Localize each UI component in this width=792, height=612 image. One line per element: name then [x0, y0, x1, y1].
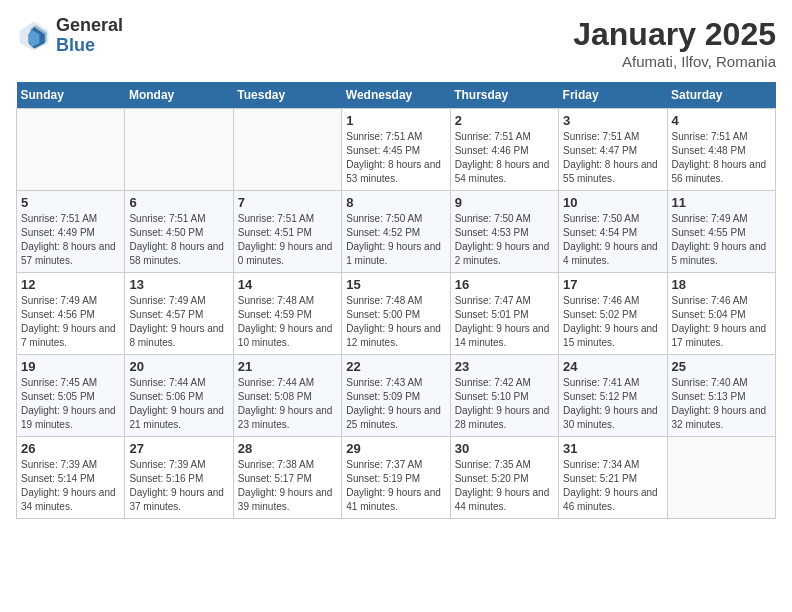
- day-cell: 1Sunrise: 7:51 AM Sunset: 4:45 PM Daylig…: [342, 109, 450, 191]
- day-info: Sunrise: 7:37 AM Sunset: 5:19 PM Dayligh…: [346, 458, 445, 514]
- day-info: Sunrise: 7:51 AM Sunset: 4:50 PM Dayligh…: [129, 212, 228, 268]
- day-number: 15: [346, 277, 445, 292]
- day-info: Sunrise: 7:47 AM Sunset: 5:01 PM Dayligh…: [455, 294, 554, 350]
- day-info: Sunrise: 7:49 AM Sunset: 4:55 PM Dayligh…: [672, 212, 771, 268]
- day-number: 1: [346, 113, 445, 128]
- weekday-header-wednesday: Wednesday: [342, 82, 450, 109]
- day-cell: 26Sunrise: 7:39 AM Sunset: 5:14 PM Dayli…: [17, 437, 125, 519]
- day-number: 5: [21, 195, 120, 210]
- day-number: 27: [129, 441, 228, 456]
- day-info: Sunrise: 7:50 AM Sunset: 4:52 PM Dayligh…: [346, 212, 445, 268]
- day-number: 30: [455, 441, 554, 456]
- day-info: Sunrise: 7:44 AM Sunset: 5:08 PM Dayligh…: [238, 376, 337, 432]
- day-info: Sunrise: 7:50 AM Sunset: 4:54 PM Dayligh…: [563, 212, 662, 268]
- day-number: 10: [563, 195, 662, 210]
- day-number: 20: [129, 359, 228, 374]
- day-info: Sunrise: 7:51 AM Sunset: 4:46 PM Dayligh…: [455, 130, 554, 186]
- day-info: Sunrise: 7:35 AM Sunset: 5:20 PM Dayligh…: [455, 458, 554, 514]
- day-info: Sunrise: 7:45 AM Sunset: 5:05 PM Dayligh…: [21, 376, 120, 432]
- day-cell: 17Sunrise: 7:46 AM Sunset: 5:02 PM Dayli…: [559, 273, 667, 355]
- day-cell: [667, 437, 775, 519]
- day-number: 14: [238, 277, 337, 292]
- logo-blue: Blue: [56, 36, 123, 56]
- logo-text: General Blue: [56, 16, 123, 56]
- day-cell: [233, 109, 341, 191]
- day-cell: 20Sunrise: 7:44 AM Sunset: 5:06 PM Dayli…: [125, 355, 233, 437]
- day-number: 16: [455, 277, 554, 292]
- day-cell: 4Sunrise: 7:51 AM Sunset: 4:48 PM Daylig…: [667, 109, 775, 191]
- day-info: Sunrise: 7:34 AM Sunset: 5:21 PM Dayligh…: [563, 458, 662, 514]
- day-info: Sunrise: 7:41 AM Sunset: 5:12 PM Dayligh…: [563, 376, 662, 432]
- calendar: SundayMondayTuesdayWednesdayThursdayFrid…: [16, 82, 776, 519]
- day-number: 28: [238, 441, 337, 456]
- title-block: January 2025 Afumati, Ilfov, Romania: [573, 16, 776, 70]
- logo-icon: [16, 18, 52, 54]
- day-info: Sunrise: 7:48 AM Sunset: 4:59 PM Dayligh…: [238, 294, 337, 350]
- day-number: 17: [563, 277, 662, 292]
- day-number: 22: [346, 359, 445, 374]
- day-number: 9: [455, 195, 554, 210]
- day-number: 6: [129, 195, 228, 210]
- day-cell: 29Sunrise: 7:37 AM Sunset: 5:19 PM Dayli…: [342, 437, 450, 519]
- weekday-header-sunday: Sunday: [17, 82, 125, 109]
- day-number: 7: [238, 195, 337, 210]
- day-number: 24: [563, 359, 662, 374]
- day-cell: 14Sunrise: 7:48 AM Sunset: 4:59 PM Dayli…: [233, 273, 341, 355]
- logo: General Blue: [16, 16, 123, 56]
- day-cell: 9Sunrise: 7:50 AM Sunset: 4:53 PM Daylig…: [450, 191, 558, 273]
- day-info: Sunrise: 7:39 AM Sunset: 5:14 PM Dayligh…: [21, 458, 120, 514]
- day-cell: [125, 109, 233, 191]
- week-row-5: 26Sunrise: 7:39 AM Sunset: 5:14 PM Dayli…: [17, 437, 776, 519]
- day-number: 21: [238, 359, 337, 374]
- day-info: Sunrise: 7:51 AM Sunset: 4:51 PM Dayligh…: [238, 212, 337, 268]
- day-cell: 23Sunrise: 7:42 AM Sunset: 5:10 PM Dayli…: [450, 355, 558, 437]
- weekday-header-tuesday: Tuesday: [233, 82, 341, 109]
- day-info: Sunrise: 7:49 AM Sunset: 4:57 PM Dayligh…: [129, 294, 228, 350]
- day-number: 4: [672, 113, 771, 128]
- day-cell: 22Sunrise: 7:43 AM Sunset: 5:09 PM Dayli…: [342, 355, 450, 437]
- day-info: Sunrise: 7:51 AM Sunset: 4:47 PM Dayligh…: [563, 130, 662, 186]
- day-number: 8: [346, 195, 445, 210]
- day-info: Sunrise: 7:42 AM Sunset: 5:10 PM Dayligh…: [455, 376, 554, 432]
- day-cell: 21Sunrise: 7:44 AM Sunset: 5:08 PM Dayli…: [233, 355, 341, 437]
- day-number: 13: [129, 277, 228, 292]
- day-number: 26: [21, 441, 120, 456]
- week-row-2: 5Sunrise: 7:51 AM Sunset: 4:49 PM Daylig…: [17, 191, 776, 273]
- day-number: 18: [672, 277, 771, 292]
- day-cell: 11Sunrise: 7:49 AM Sunset: 4:55 PM Dayli…: [667, 191, 775, 273]
- weekday-header-row: SundayMondayTuesdayWednesdayThursdayFrid…: [17, 82, 776, 109]
- day-cell: 19Sunrise: 7:45 AM Sunset: 5:05 PM Dayli…: [17, 355, 125, 437]
- day-cell: 12Sunrise: 7:49 AM Sunset: 4:56 PM Dayli…: [17, 273, 125, 355]
- week-row-1: 1Sunrise: 7:51 AM Sunset: 4:45 PM Daylig…: [17, 109, 776, 191]
- day-info: Sunrise: 7:48 AM Sunset: 5:00 PM Dayligh…: [346, 294, 445, 350]
- day-cell: 24Sunrise: 7:41 AM Sunset: 5:12 PM Dayli…: [559, 355, 667, 437]
- location: Afumati, Ilfov, Romania: [573, 53, 776, 70]
- day-number: 23: [455, 359, 554, 374]
- day-number: 29: [346, 441, 445, 456]
- day-cell: 25Sunrise: 7:40 AM Sunset: 5:13 PM Dayli…: [667, 355, 775, 437]
- day-info: Sunrise: 7:39 AM Sunset: 5:16 PM Dayligh…: [129, 458, 228, 514]
- day-info: Sunrise: 7:44 AM Sunset: 5:06 PM Dayligh…: [129, 376, 228, 432]
- day-info: Sunrise: 7:46 AM Sunset: 5:02 PM Dayligh…: [563, 294, 662, 350]
- day-info: Sunrise: 7:49 AM Sunset: 4:56 PM Dayligh…: [21, 294, 120, 350]
- day-info: Sunrise: 7:43 AM Sunset: 5:09 PM Dayligh…: [346, 376, 445, 432]
- day-number: 25: [672, 359, 771, 374]
- day-number: 31: [563, 441, 662, 456]
- day-info: Sunrise: 7:51 AM Sunset: 4:45 PM Dayligh…: [346, 130, 445, 186]
- week-row-4: 19Sunrise: 7:45 AM Sunset: 5:05 PM Dayli…: [17, 355, 776, 437]
- day-number: 12: [21, 277, 120, 292]
- day-cell: 3Sunrise: 7:51 AM Sunset: 4:47 PM Daylig…: [559, 109, 667, 191]
- weekday-header-monday: Monday: [125, 82, 233, 109]
- day-cell: 28Sunrise: 7:38 AM Sunset: 5:17 PM Dayli…: [233, 437, 341, 519]
- week-row-3: 12Sunrise: 7:49 AM Sunset: 4:56 PM Dayli…: [17, 273, 776, 355]
- day-cell: 8Sunrise: 7:50 AM Sunset: 4:52 PM Daylig…: [342, 191, 450, 273]
- day-info: Sunrise: 7:51 AM Sunset: 4:48 PM Dayligh…: [672, 130, 771, 186]
- day-cell: 31Sunrise: 7:34 AM Sunset: 5:21 PM Dayli…: [559, 437, 667, 519]
- month-title: January 2025: [573, 16, 776, 53]
- day-info: Sunrise: 7:51 AM Sunset: 4:49 PM Dayligh…: [21, 212, 120, 268]
- day-cell: 6Sunrise: 7:51 AM Sunset: 4:50 PM Daylig…: [125, 191, 233, 273]
- day-cell: 5Sunrise: 7:51 AM Sunset: 4:49 PM Daylig…: [17, 191, 125, 273]
- day-cell: 15Sunrise: 7:48 AM Sunset: 5:00 PM Dayli…: [342, 273, 450, 355]
- day-cell: 13Sunrise: 7:49 AM Sunset: 4:57 PM Dayli…: [125, 273, 233, 355]
- day-cell: 30Sunrise: 7:35 AM Sunset: 5:20 PM Dayli…: [450, 437, 558, 519]
